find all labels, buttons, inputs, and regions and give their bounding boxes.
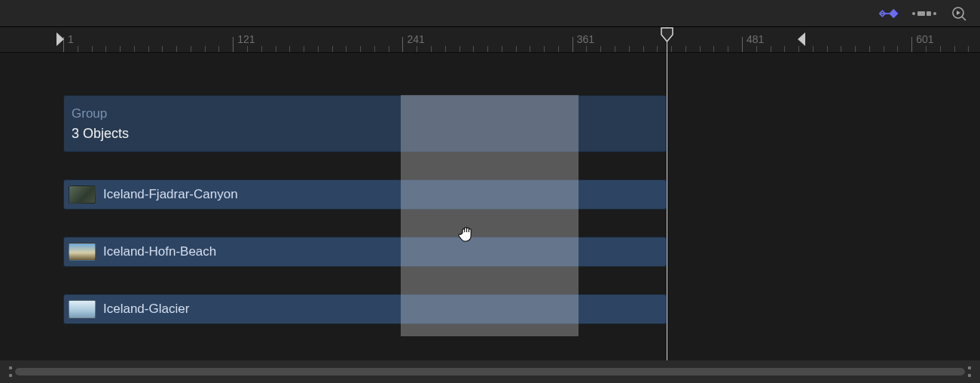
ruler-tick-minor	[600, 46, 601, 52]
ruler-tick-minor	[629, 46, 630, 52]
ruler-tick-minor	[855, 46, 856, 52]
ruler-label: 241	[407, 33, 424, 45]
clip-thumbnail	[69, 243, 96, 261]
ruler-tick-minor	[261, 46, 262, 52]
scrollbar-thumb[interactable]	[15, 368, 965, 375]
group-bar[interactable]: Group 3 Objects	[63, 95, 667, 152]
ruler-tick-minor	[685, 46, 686, 52]
ruler-tick-minor	[728, 46, 728, 52]
ruler-tick-minor	[884, 46, 884, 52]
ruler-tick-minor	[869, 46, 870, 52]
ruler-tick-minor	[431, 46, 432, 52]
group-object-count: 3 Objects	[72, 126, 666, 142]
ruler-tick-major	[233, 37, 234, 52]
ruler-tick-minor	[176, 46, 177, 52]
ruler-tick-minor	[78, 46, 78, 52]
clip-label: Iceland-Hofn-Beach	[103, 244, 216, 259]
ruler-tick-minor	[798, 46, 799, 52]
ruler-tick-minor	[318, 46, 319, 52]
clip-thumbnail	[69, 300, 96, 318]
scrollbar-grip-right[interactable]	[968, 366, 971, 377]
ruler-tick-minor	[700, 46, 701, 52]
ruler-tick-minor	[756, 46, 757, 52]
ruler-tick-minor	[473, 46, 474, 52]
ruler-tick-minor	[530, 46, 530, 52]
ruler-tick-minor	[276, 46, 276, 52]
ruler-tick-minor	[771, 46, 771, 52]
svg-line-5	[962, 17, 966, 20]
timeline-toolbar	[0, 0, 980, 27]
ruler-tick-major	[402, 37, 403, 52]
svg-rect-2	[889, 8, 898, 17]
ruler-tick-minor	[841, 46, 841, 52]
ruler-tick-minor	[813, 46, 814, 52]
ruler-tick-minor	[827, 46, 828, 52]
ruler-tick-minor	[289, 46, 290, 52]
timeline-ruler[interactable]: 1121241361481601	[0, 27, 980, 53]
ruler-tick-minor	[247, 46, 248, 52]
ruler-label: 601	[916, 33, 933, 45]
ruler-tick-minor	[332, 46, 333, 52]
ruler-tick-minor	[784, 46, 785, 52]
ruler-tick-minor	[926, 46, 927, 52]
ruler-tick-minor	[374, 46, 375, 52]
playhead[interactable]	[667, 27, 667, 360]
ruler-tick-minor	[544, 46, 545, 52]
horizontal-scrollbar[interactable]	[0, 360, 980, 383]
ruler-tick-minor	[968, 46, 969, 52]
svg-marker-4	[957, 11, 960, 15]
group-title: Group	[72, 106, 666, 121]
clip-bar[interactable]: Iceland-Glacier	[63, 294, 667, 324]
ruler-tick-major	[742, 37, 743, 52]
ruler-tick-minor	[360, 46, 361, 52]
ruler-tick-minor	[502, 46, 502, 52]
ruler-tick-minor	[516, 46, 517, 52]
ruler-tick-minor	[445, 46, 446, 52]
svg-marker-7	[798, 32, 805, 46]
svg-marker-6	[56, 32, 64, 46]
out-point-marker[interactable]	[797, 32, 806, 47]
ruler-label: 481	[746, 33, 764, 45]
ruler-tick-minor	[218, 46, 219, 52]
ruler-tick-minor	[558, 46, 559, 52]
ruler-tick-minor	[162, 46, 163, 52]
ruler-tick-minor	[148, 46, 149, 52]
ruler-label: 361	[577, 33, 594, 45]
ruler-tick-minor	[954, 46, 955, 52]
ruler-tick-minor	[346, 46, 347, 52]
ruler-tick-minor	[134, 46, 135, 52]
scrollbar-track[interactable]	[15, 368, 965, 375]
ruler-tick-minor	[389, 46, 389, 52]
ruler-label: 1	[68, 33, 74, 45]
ruler-tick-minor	[713, 46, 714, 52]
ruler-tick-minor	[487, 46, 488, 52]
in-point-marker[interactable]	[56, 32, 65, 47]
ruler-tick-minor	[120, 46, 121, 52]
ruler-tick-minor	[657, 46, 658, 52]
ruler-tick-minor	[205, 46, 206, 52]
ruler-tick-minor	[615, 46, 615, 52]
clip-label: Iceland-Glacier	[103, 302, 189, 317]
ruler-tick-minor	[459, 46, 460, 52]
ruler-tick-minor	[105, 46, 106, 52]
timeline-tracks-area[interactable]: Group 3 Objects Iceland-Fjadrar-Canyon I…	[0, 53, 980, 360]
ruler-tick-minor	[586, 46, 587, 52]
clip-label: Iceland-Fjadrar-Canyon	[103, 187, 238, 202]
timing-display-icon[interactable]	[914, 6, 935, 21]
ruler-label: 121	[237, 33, 255, 45]
ruler-tick-minor	[417, 46, 417, 52]
clip-bar[interactable]: Iceland-Hofn-Beach	[63, 237, 667, 267]
keyframe-editor-icon[interactable]	[879, 6, 900, 21]
ruler-tick-major	[911, 37, 912, 52]
ruler-tick-minor	[940, 46, 941, 52]
ruler-tick-minor	[671, 46, 672, 52]
mini-timeline-icon[interactable]	[948, 6, 969, 21]
clip-thumbnail	[69, 185, 96, 204]
clip-bar[interactable]: Iceland-Fjadrar-Canyon	[63, 179, 667, 210]
ruler-tick-major	[572, 37, 573, 52]
scrollbar-grip-left[interactable]	[9, 366, 12, 377]
ruler-tick-minor	[191, 46, 191, 52]
ruler-tick-minor	[643, 46, 644, 52]
ruler-tick-minor	[897, 46, 898, 52]
ruler-tick-minor	[92, 46, 93, 52]
